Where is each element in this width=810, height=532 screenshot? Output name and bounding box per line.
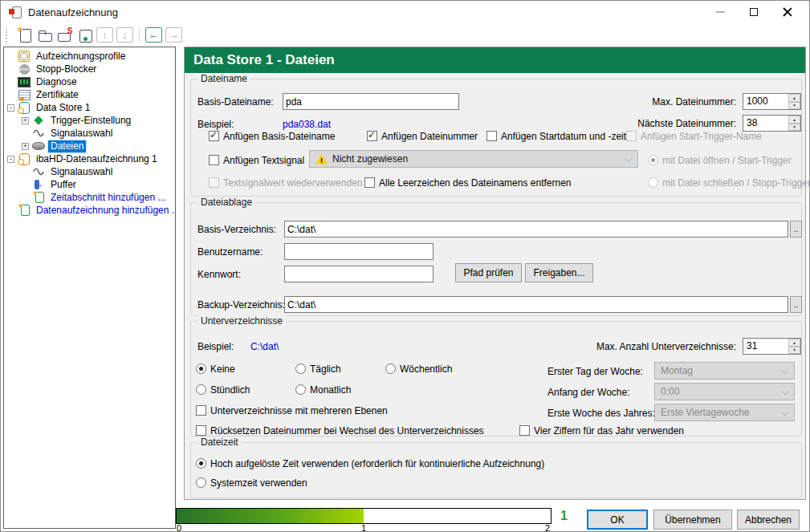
checkbox-icon[interactable] xyxy=(209,131,219,141)
checkbox-icon[interactable] xyxy=(209,155,219,165)
expand-icon[interactable]: + xyxy=(22,143,29,150)
move-down-button xyxy=(115,26,135,44)
freigaben-button[interactable]: Freigaben... xyxy=(525,263,593,282)
checkbox-icon[interactable] xyxy=(196,405,206,416)
close-button[interactable] xyxy=(771,1,804,23)
checkbox-anfuegen-startdatum[interactable]: Anfügen Startdatum und -zeit xyxy=(486,130,626,142)
group-dateizeit: Dateizeit Hoch aufgelöste Zeit verwenden… xyxy=(190,442,802,498)
tree-item-label: Data Store 1 xyxy=(34,102,92,114)
radio-label: Täglich xyxy=(310,363,341,375)
checkbox-mehrere-ebenen[interactable]: Unterverzeichnisse mit mehreren Ebenen xyxy=(196,404,388,416)
backup-verzeichnis-label: Backup-Verzeichnis: xyxy=(197,299,285,311)
checkbox-leerzeichen-entfernen[interactable]: Alle Leerzeichen des Dateinamens entfern… xyxy=(364,177,571,189)
radio-icon[interactable] xyxy=(196,477,206,488)
spin-up-icon[interactable]: ▲ xyxy=(788,94,800,102)
tree-item[interactable]: Signalauswahl xyxy=(4,165,175,178)
radio-icon[interactable] xyxy=(196,384,206,395)
pfad-pruefen-button[interactable]: Pfad prüfen xyxy=(455,263,522,282)
radio-systemzeit[interactable]: Systemzeit verwenden xyxy=(196,477,307,489)
tree-item[interactable]: +Trigger-Einstellung xyxy=(4,114,175,127)
new-config-button[interactable] xyxy=(14,26,35,44)
radio-stuendlich[interactable]: Stündlich xyxy=(196,384,250,396)
chevron-down-icon xyxy=(625,156,632,162)
abbrechen-button[interactable]: Abbrechen xyxy=(737,510,800,530)
backup-verzeichnis-input[interactable] xyxy=(284,296,788,313)
collapse-icon[interactable]: - xyxy=(7,156,14,163)
tree-item[interactable]: Zertifikate xyxy=(4,88,175,101)
tree-item[interactable]: -ibaHD-Datenaufzeichnung 1 xyxy=(4,152,175,165)
checkbox-icon[interactable] xyxy=(486,131,497,141)
tree-indent xyxy=(7,207,14,214)
minimize-button[interactable] xyxy=(703,1,737,23)
ok-button[interactable]: OK xyxy=(587,510,648,530)
radio-taeglich[interactable]: Täglich xyxy=(295,363,341,375)
radio-hochaufgeloeste-zeit[interactable]: Hoch aufgelöste Zeit verwenden (erforder… xyxy=(196,457,544,469)
checkbox-anfuegen-basis[interactable]: Anfügen Basis-Dateiname xyxy=(209,130,335,142)
radio-icon[interactable] xyxy=(385,363,396,374)
spin-down-icon[interactable]: ▼ xyxy=(788,347,800,355)
radio-woechentlich[interactable]: Wöchentlich xyxy=(385,363,452,375)
tree-item[interactable]: Diagnose xyxy=(4,75,175,88)
tree-item-label: Zertifikate xyxy=(34,89,81,101)
chevron-down-icon xyxy=(782,368,788,374)
app-icon xyxy=(9,6,22,18)
spin-up-icon[interactable]: ▲ xyxy=(788,116,800,124)
tree-item[interactable]: Zeitabschnitt hinzufügen ... xyxy=(4,191,175,204)
naechste-dateinummer-value: 38 xyxy=(747,117,757,128)
erster-tag-label: Erster Tag der Woche: xyxy=(547,366,643,377)
naechste-dateinummer-spinner[interactable]: 38 ▲▼ xyxy=(743,115,801,132)
spin-up-icon[interactable]: ▲ xyxy=(788,339,800,347)
checkbox-icon[interactable] xyxy=(367,131,377,141)
spinner-arrows[interactable]: ▲▼ xyxy=(788,94,800,109)
checkbox-anfuegen-dateinummer[interactable]: Anfügen Dateinummer xyxy=(367,130,478,142)
kennwort-input[interactable] xyxy=(284,266,433,282)
basis-verzeichnis-input[interactable] xyxy=(284,221,788,238)
radio-monatlich[interactable]: Monatlich xyxy=(295,384,351,396)
checkbox-anfuegen-starttrigger: Anfügen Start-Trigger-Name xyxy=(626,130,762,142)
checkbox-icon[interactable] xyxy=(519,425,530,436)
open-button[interactable] xyxy=(35,26,55,44)
benutzername-input[interactable] xyxy=(284,243,433,260)
open-signal-button[interactable] xyxy=(55,26,75,44)
tree-item-label: Trigger-Einstellung xyxy=(48,115,133,127)
tree-item[interactable]: Signalauswahl xyxy=(4,127,175,140)
radio-icon[interactable] xyxy=(295,384,306,395)
max-dateinummer-spinner[interactable]: 1000 ▲▼ xyxy=(743,93,801,110)
tree-item[interactable]: +Dateien xyxy=(4,140,175,152)
toolbar-grip-handle[interactable] xyxy=(6,28,10,43)
basis-dateiname-input[interactable] xyxy=(283,93,459,110)
browse-backup-button[interactable]: .. xyxy=(790,296,802,313)
spin-down-icon[interactable]: ▼ xyxy=(788,124,800,132)
tree-item-label: Signalauswahl xyxy=(48,166,115,178)
browse-basis-button[interactable]: .. xyxy=(790,221,802,238)
spinner-arrows[interactable]: ▲▼ xyxy=(788,116,800,131)
checkbox-icon[interactable] xyxy=(364,177,375,188)
checkbox-icon[interactable] xyxy=(196,425,206,436)
tree-item[interactable]: Aufzeichnungsprofile xyxy=(4,50,175,63)
expand-icon[interactable]: + xyxy=(22,117,29,124)
back-button[interactable] xyxy=(144,26,164,44)
checkbox-label: Anfügen Basis-Dateiname xyxy=(223,131,335,142)
radio-icon[interactable] xyxy=(196,363,206,374)
radio-icon[interactable] xyxy=(295,363,306,374)
tree-item[interactable]: Puffer xyxy=(4,178,175,191)
max-anzahl-spinner[interactable]: 31 ▲▼ xyxy=(743,338,801,355)
beispiel-value: C:\dat\ xyxy=(250,341,279,352)
checkbox-anfuegen-textsignal[interactable]: Anfügen Textsignal xyxy=(209,154,304,166)
uebernehmen-button[interactable]: Übernehmen xyxy=(653,510,732,530)
save-button[interactable] xyxy=(75,26,95,44)
tree-item[interactable]: Datenaufzeichnung hinzufügen ... xyxy=(4,204,175,217)
tree-item[interactable]: Stopp-Blocker xyxy=(4,63,175,75)
maximize-button[interactable] xyxy=(737,1,771,23)
tree-item[interactable]: -Data Store 1 xyxy=(4,101,175,114)
checkbox-label: Vier Ziffern für das Jahr verwenden xyxy=(534,425,684,437)
collapse-icon[interactable]: - xyxy=(7,104,14,112)
spin-down-icon[interactable]: ▼ xyxy=(788,102,800,110)
progress-fill xyxy=(177,509,364,523)
radio-label: Hoch aufgelöste Zeit verwenden (erforder… xyxy=(210,458,544,469)
radio-keine[interactable]: Keine xyxy=(196,363,235,375)
spinner-arrows[interactable]: ▲▼ xyxy=(788,339,800,354)
checkbox-ruecksetzen[interactable]: Rücksetzen Dateinummer bei Wechsel des U… xyxy=(196,424,484,437)
checkbox-vier-ziffern[interactable]: Vier Ziffern für das Jahr verwenden xyxy=(519,424,684,437)
radio-icon[interactable] xyxy=(196,458,206,469)
